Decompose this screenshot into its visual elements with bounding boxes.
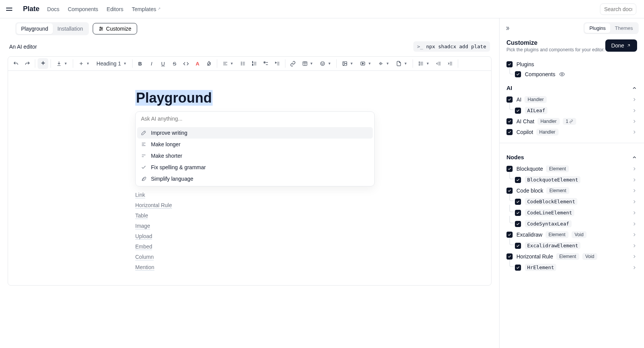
- tree-item[interactable]: CopilotHandler: [506, 127, 637, 137]
- nav-templates[interactable]: Templates: [132, 6, 161, 12]
- doc-link[interactable]: Mention: [135, 264, 154, 271]
- tree-item[interactable]: Code blockElement: [506, 185, 637, 196]
- checkbox[interactable]: [515, 108, 521, 114]
- bullet-list-button[interactable]: [238, 58, 248, 69]
- chevron-right-icon[interactable]: [632, 199, 637, 204]
- tree-child[interactable]: CodeLineElement: [506, 207, 637, 218]
- search-input[interactable]: [604, 6, 632, 12]
- nav-editors[interactable]: Editors: [107, 6, 123, 12]
- block-type-button[interactable]: Heading 1▼: [93, 58, 130, 69]
- checkbox[interactable]: [506, 96, 513, 103]
- undo-button[interactable]: [10, 58, 21, 69]
- emoji-button[interactable]: ▼: [317, 58, 334, 69]
- tree-child[interactable]: AILeaf: [506, 105, 637, 116]
- tree-child[interactable]: CodeSyntaxLeaf: [506, 218, 637, 229]
- doc-title[interactable]: Playground: [135, 90, 213, 106]
- redo-button[interactable]: [22, 58, 33, 69]
- section-nodes[interactable]: Nodes: [506, 149, 637, 163]
- doc-link[interactable]: Image: [135, 223, 150, 229]
- align-button[interactable]: ▼: [220, 58, 237, 69]
- chevron-right-icon[interactable]: [632, 232, 637, 237]
- tab-installation[interactable]: Installation: [53, 23, 88, 34]
- indent-button[interactable]: [445, 58, 456, 69]
- ai-button[interactable]: [38, 58, 48, 69]
- outdent-button[interactable]: [433, 58, 444, 69]
- search-box[interactable]: [600, 3, 636, 15]
- chevron-right-icon[interactable]: [632, 166, 637, 172]
- link-button[interactable]: [288, 58, 298, 69]
- file-button[interactable]: ▼: [393, 58, 410, 69]
- strikethrough-button[interactable]: S: [169, 58, 180, 69]
- tree-item[interactable]: ExcalidrawElementVoid: [506, 229, 637, 240]
- tree-child[interactable]: HrElement: [506, 262, 637, 273]
- image-button[interactable]: ▼: [339, 58, 356, 69]
- chevron-right-icon[interactable]: [632, 265, 637, 270]
- bold-button[interactable]: B: [135, 58, 146, 69]
- nav-docs[interactable]: Docs: [47, 6, 59, 12]
- chevron-right-icon[interactable]: [632, 210, 637, 216]
- chevron-right-icon[interactable]: [632, 108, 637, 113]
- done-button[interactable]: Done: [605, 39, 637, 52]
- checkbox[interactable]: [515, 210, 521, 216]
- export-button[interactable]: ▼: [53, 58, 70, 69]
- code-button[interactable]: [181, 58, 192, 69]
- panel-tab-plugins[interactable]: Plugins: [585, 23, 610, 33]
- editor-canvas[interactable]: Playground Improve writing Make longer M…: [8, 71, 491, 285]
- doc-link[interactable]: Upload: [135, 233, 152, 240]
- tree-item[interactable]: BlockquoteElement: [506, 163, 637, 174]
- line-height-button[interactable]: ▼: [415, 58, 433, 69]
- underline-button[interactable]: U: [158, 58, 169, 69]
- chevron-right-icon[interactable]: [632, 129, 637, 135]
- customize-button[interactable]: Customize: [93, 23, 137, 34]
- nav-components[interactable]: Components: [68, 6, 98, 12]
- ai-suggestion-spelling[interactable]: Fix spelling & grammar: [137, 162, 373, 173]
- chevron-right-icon[interactable]: [632, 119, 637, 124]
- tree-root-components[interactable]: Components: [506, 69, 637, 79]
- highlight-button[interactable]: [204, 58, 215, 69]
- checkbox[interactable]: [515, 221, 521, 227]
- tree-item[interactable]: AIHandler: [506, 94, 637, 105]
- chevron-right-icon[interactable]: [632, 188, 637, 193]
- checkbox[interactable]: [515, 71, 521, 77]
- table-button[interactable]: ▼: [299, 58, 316, 69]
- ai-suggestion-improve[interactable]: Improve writing: [137, 127, 373, 139]
- checkbox[interactable]: [506, 232, 513, 238]
- video-button[interactable]: ▼: [357, 58, 374, 69]
- panel-tab-themes[interactable]: Themes: [610, 23, 637, 33]
- tree-child[interactable]: BlockquoteElement: [506, 174, 637, 185]
- brand[interactable]: Plate: [23, 5, 39, 13]
- doc-link[interactable]: Table: [135, 212, 148, 219]
- checkbox[interactable]: [506, 253, 513, 260]
- doc-link[interactable]: Column: [135, 254, 154, 260]
- checkbox[interactable]: [506, 118, 513, 124]
- panel-collapse-button[interactable]: [505, 26, 510, 31]
- doc-link[interactable]: Embed: [135, 243, 152, 250]
- checklist-button[interactable]: [261, 58, 271, 69]
- chevron-right-icon[interactable]: [632, 254, 637, 259]
- tree-child[interactable]: CodeBlockElement: [506, 196, 637, 207]
- chevron-right-icon[interactable]: [632, 177, 637, 183]
- tree-child[interactable]: ExcalidrawElement: [506, 240, 637, 251]
- checkbox[interactable]: [506, 166, 513, 172]
- doc-link[interactable]: Horizontal Rule: [135, 202, 172, 209]
- tree-root-plugins[interactable]: Plugins: [506, 59, 637, 69]
- numbered-list-button[interactable]: 12: [249, 58, 260, 69]
- section-ai[interactable]: AI: [506, 79, 637, 94]
- insert-button[interactable]: ▼: [75, 58, 93, 69]
- ai-suggestion-longer[interactable]: Make longer: [137, 139, 373, 150]
- chevron-right-icon[interactable]: [632, 97, 637, 102]
- checkbox[interactable]: [515, 199, 521, 205]
- checkbox[interactable]: [515, 243, 521, 249]
- italic-button[interactable]: I: [146, 58, 157, 69]
- audio-button[interactable]: ▼: [375, 58, 392, 69]
- checkbox[interactable]: [515, 177, 521, 183]
- eye-icon[interactable]: [559, 71, 565, 77]
- text-color-button[interactable]: A: [192, 58, 203, 69]
- install-command[interactable]: >_ npx shadcx add plate: [413, 41, 490, 52]
- ai-input[interactable]: [136, 112, 374, 126]
- checkbox[interactable]: [506, 129, 513, 135]
- checkbox[interactable]: [515, 265, 521, 271]
- toggle-list-button[interactable]: [272, 58, 283, 69]
- chevron-right-icon[interactable]: [632, 243, 637, 248]
- menu-toggle[interactable]: [6, 7, 15, 11]
